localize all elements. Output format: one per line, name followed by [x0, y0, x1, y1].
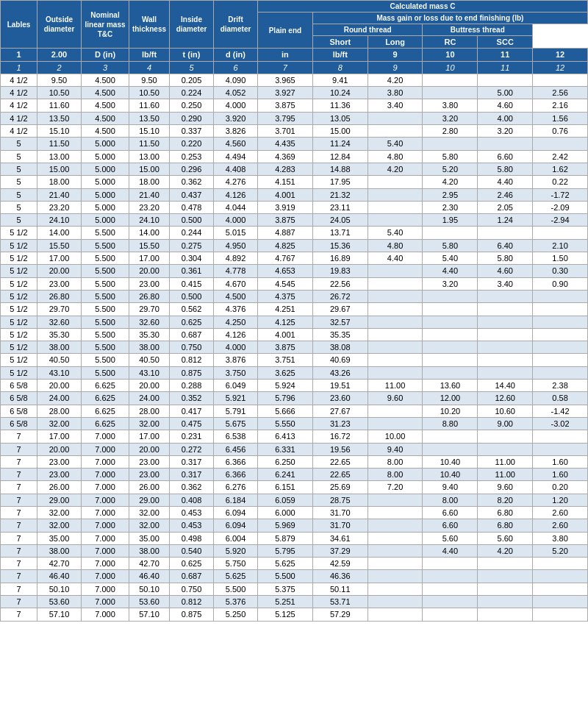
table-cell: 2.42 — [533, 150, 588, 163]
table-cell: 24.10 — [37, 214, 82, 227]
table-cell: 4.892 — [214, 252, 258, 265]
table-cell: 15.10 — [37, 125, 82, 138]
header-wall: Wall thickness — [129, 1, 170, 49]
italic-col1: 1 — [1, 61, 37, 74]
main-table-container: Lables Outside diameter Nominal linear m… — [0, 0, 588, 622]
table-row: 757.107.00057.100.8755.2505.12557.29 — [1, 608, 588, 621]
table-row: 717.007.00017.000.2316.5386.41316.7210.0… — [1, 430, 588, 443]
table-cell: 6.80 — [478, 519, 533, 532]
table-cell: 28.00 — [129, 405, 170, 417]
table-cell — [423, 570, 478, 583]
table-cell — [423, 366, 478, 379]
table-cell — [533, 596, 588, 608]
num-col5: t (in) — [170, 49, 214, 61]
table-cell: 24.00 — [129, 392, 170, 405]
table-cell: 17.00 — [129, 252, 170, 265]
table-cell: 53.71 — [312, 596, 368, 608]
table-cell: 0.750 — [170, 341, 214, 354]
table-cell: 7 — [1, 532, 37, 544]
table-cell: 0.58 — [533, 392, 588, 405]
table-cell: 5.666 — [258, 405, 313, 417]
table-cell: 6.625 — [82, 417, 129, 430]
table-cell: 24.05 — [312, 214, 368, 227]
table-cell: 0.288 — [170, 380, 214, 392]
table-cell: 5 1/2 — [1, 328, 37, 341]
table-cell: 7 — [1, 608, 37, 621]
table-cell: 5.924 — [258, 380, 313, 392]
table-cell: 11.36 — [312, 99, 368, 112]
table-cell: 15.00 — [37, 163, 82, 175]
table-cell: 4.151 — [258, 176, 313, 188]
table-cell: 15.36 — [312, 239, 368, 252]
table-cell: 4.40 — [423, 265, 478, 277]
table-cell: 20.00 — [37, 265, 82, 277]
table-cell: 6.241 — [258, 469, 313, 481]
table-cell — [423, 87, 478, 99]
table-cell: 5 1/2 — [1, 252, 37, 265]
table-cell: 6.094 — [214, 519, 258, 532]
table-cell: 14.88 — [312, 163, 368, 175]
table-cell: 0.90 — [533, 277, 588, 290]
header-calc-mass: Calculated mass C — [258, 1, 588, 13]
table-cell: 7 — [1, 455, 37, 468]
table-cell: 7 — [1, 494, 37, 506]
table-cell: 3.876 — [214, 354, 258, 366]
table-cell: 32.00 — [37, 417, 82, 430]
num-col4: lb/ft — [129, 49, 170, 61]
table-cell — [533, 316, 588, 328]
table-cell: 23.11 — [312, 201, 368, 213]
italic-col11: 11 — [478, 61, 533, 74]
num-col9: 9 — [368, 49, 423, 61]
table-cell: 29.00 — [37, 494, 82, 506]
table-cell: 17.95 — [312, 176, 368, 188]
table-cell: 6.40 — [478, 239, 533, 252]
table-cell: 9.00 — [478, 417, 533, 430]
table-cell: 3.795 — [258, 112, 313, 124]
table-cell: 6 5/8 — [1, 417, 37, 430]
table-cell: 23.20 — [129, 201, 170, 213]
table-cell: 19.56 — [312, 443, 368, 455]
table-cell: 23.00 — [129, 277, 170, 290]
table-cell: 4.001 — [258, 328, 313, 341]
table-cell: 0.220 — [170, 138, 214, 150]
table-cell: 1.60 — [533, 455, 588, 468]
table-cell: 0.361 — [170, 265, 214, 277]
table-cell: 26.80 — [129, 290, 170, 302]
table-cell: 21.40 — [37, 188, 82, 201]
table-cell — [368, 201, 423, 213]
table-cell: 13.00 — [129, 150, 170, 163]
table-row: 6 5/828.006.62528.000.4175.7915.66627.67… — [1, 405, 588, 417]
table-cell: 4.20 — [423, 176, 478, 188]
table-cell: 38.00 — [37, 341, 82, 354]
table-cell: 5 1/2 — [1, 239, 37, 252]
table-cell: 4.408 — [214, 163, 258, 175]
table-cell: 3.20 — [423, 277, 478, 290]
table-cell: 6.80 — [478, 506, 533, 519]
table-cell: 5.500 — [82, 354, 129, 366]
table-cell: 6.094 — [214, 506, 258, 519]
table-cell: 2.46 — [478, 188, 533, 201]
table-cell — [368, 596, 423, 608]
table-cell: 5.796 — [258, 392, 313, 405]
header-long: Long — [368, 36, 423, 49]
table-cell: 5.500 — [214, 583, 258, 595]
table-cell — [368, 316, 423, 328]
table-cell: 11.50 — [129, 138, 170, 150]
table-cell: -2.94 — [533, 214, 588, 227]
table-row: 521.405.00021.400.4374.1264.00121.322.95… — [1, 188, 588, 201]
table-cell — [533, 608, 588, 621]
table-cell: 11.00 — [478, 469, 533, 481]
table-cell: 10.40 — [423, 469, 478, 481]
table-cell — [368, 366, 423, 379]
table-cell: 5 1/2 — [1, 290, 37, 302]
table-cell — [423, 596, 478, 608]
table-cell — [478, 443, 533, 455]
table-cell — [368, 405, 423, 417]
table-cell: 35.00 — [129, 532, 170, 544]
header-nom: Nominal linear mass T&C — [82, 1, 129, 49]
table-cell: 4.887 — [258, 227, 313, 239]
table-row: 723.007.00023.000.3176.3666.25022.658.00… — [1, 455, 588, 468]
num-col3: D (in) — [82, 49, 129, 61]
table-cell: 0.453 — [170, 519, 214, 532]
table-cell: 6.625 — [82, 380, 129, 392]
